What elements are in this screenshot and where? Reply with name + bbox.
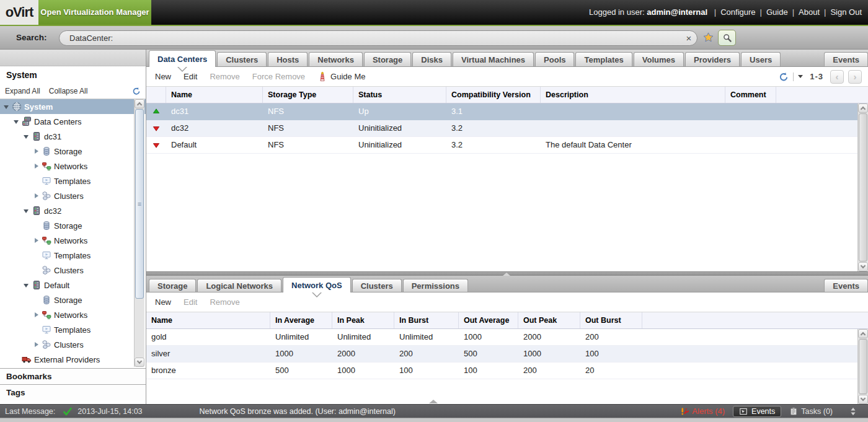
- tree-item-default[interactable]: Default: [0, 278, 146, 292]
- new-button[interactable]: New: [155, 297, 171, 307]
- tree-item-templates[interactable]: Templates: [0, 174, 146, 188]
- tree-item-templates[interactable]: Templates: [0, 322, 146, 337]
- datacenter-row-dc32[interactable]: dc32NFSUninitialized3.2: [146, 120, 868, 137]
- tasks-button[interactable]: Tasks (0): [789, 407, 833, 416]
- expander-open-icon[interactable]: [22, 132, 32, 141]
- bookmark-star-icon[interactable]: [702, 32, 714, 43]
- tree-item-storage[interactable]: Storage: [0, 144, 146, 159]
- column-header-out-burst[interactable]: Out Burst: [580, 312, 642, 328]
- tree-item-system[interactable]: System: [0, 99, 146, 114]
- column-header-name[interactable]: Name: [166, 87, 263, 103]
- tree-item-networks[interactable]: Networks: [0, 159, 146, 174]
- expander-closed-icon[interactable]: [32, 236, 42, 245]
- expander-closed-icon[interactable]: [32, 310, 42, 319]
- tab-logical-networks[interactable]: Logical Networks: [197, 279, 281, 292]
- column-header-storage-type[interactable]: Storage Type: [263, 87, 353, 103]
- collapse-all-link[interactable]: Collapse All: [49, 87, 88, 95]
- tree-scrollbar[interactable]: [134, 99, 144, 367]
- scroll-up-button[interactable]: [135, 99, 144, 108]
- grid-refresh-icon[interactable]: [779, 72, 789, 82]
- events-button[interactable]: Events: [733, 406, 781, 417]
- search-clear-icon[interactable]: ×: [681, 33, 697, 43]
- scroll-track[interactable]: [858, 113, 868, 262]
- bookmarks-section-header[interactable]: Bookmarks: [0, 368, 146, 384]
- tree-item-storage[interactable]: Storage: [0, 218, 146, 233]
- new-button[interactable]: New: [155, 72, 171, 81]
- tab-virtual-machines[interactable]: Virtual Machines: [453, 52, 534, 66]
- session-link-guide[interactable]: Guide: [766, 7, 788, 17]
- system-panel-header[interactable]: System: [0, 67, 146, 83]
- footer-expander-icon[interactable]: [848, 407, 858, 416]
- tab-permissions[interactable]: Permissions: [403, 279, 468, 292]
- horizontal-splitter[interactable]: [146, 271, 868, 276]
- tree-item-networks[interactable]: Networks: [0, 233, 146, 248]
- session-link-configure[interactable]: Configure: [720, 7, 755, 17]
- scroll-thumb[interactable]: [135, 109, 144, 299]
- tab-clusters[interactable]: Clusters: [352, 279, 402, 292]
- tab-networks[interactable]: Networks: [309, 52, 363, 66]
- scroll-down-button[interactable]: [858, 395, 868, 404]
- session-link-about[interactable]: About: [799, 7, 820, 17]
- tree-item-dc31[interactable]: dc31: [0, 129, 146, 144]
- qos-row-gold[interactable]: goldUnlimitedUnlimitedUnlimited100020002…: [146, 329, 868, 346]
- tab-hosts[interactable]: Hosts: [268, 52, 308, 66]
- tree-item-external-providers[interactable]: External Providers: [0, 352, 146, 367]
- alerts-button[interactable]: Alerts (4): [681, 407, 725, 416]
- tab-events[interactable]: Events: [824, 279, 868, 292]
- column-header-status[interactable]: Status: [353, 87, 446, 103]
- tree-item-clusters[interactable]: Clusters: [0, 337, 146, 352]
- tree-item-clusters[interactable]: Clusters: [0, 188, 146, 203]
- column-header-compatibility-version[interactable]: Compatibility Version: [446, 87, 541, 103]
- tab-network-qos[interactable]: Network QoS: [283, 277, 351, 292]
- expander-open-icon[interactable]: [2, 102, 12, 111]
- search-input[interactable]: [60, 33, 681, 43]
- guide-me-button[interactable]: Guide Me: [317, 72, 365, 82]
- tab-providers[interactable]: Providers: [685, 52, 740, 66]
- refresh-menu-caret-icon[interactable]: [798, 75, 803, 78]
- scroll-up-button[interactable]: [858, 103, 868, 113]
- column-header-in-peak[interactable]: In Peak: [332, 312, 394, 328]
- tab-pools[interactable]: Pools: [535, 52, 574, 66]
- session-link-sign-out[interactable]: Sign Out: [830, 7, 862, 17]
- tab-storage[interactable]: Storage: [149, 279, 196, 292]
- column-header-comment[interactable]: Comment: [725, 87, 776, 103]
- tree-item-clusters[interactable]: Clusters: [0, 263, 146, 278]
- tab-templates[interactable]: Templates: [575, 52, 632, 66]
- main-grid-scrollbar[interactable]: [857, 103, 868, 271]
- expander-closed-icon[interactable]: [32, 340, 42, 349]
- expander-open-icon[interactable]: [12, 117, 22, 126]
- scroll-thumb[interactable]: [859, 113, 867, 262]
- qos-row-silver[interactable]: silver100020002005001000100: [146, 346, 868, 363]
- tree-item-storage[interactable]: Storage: [0, 292, 146, 307]
- scroll-down-button[interactable]: [135, 358, 144, 367]
- tab-data-centers[interactable]: Data Centers: [149, 50, 216, 67]
- tree-item-data-centers[interactable]: Data Centers: [0, 114, 146, 129]
- bottom-panel-grip-icon[interactable]: [429, 400, 438, 403]
- expander-open-icon[interactable]: [22, 206, 32, 215]
- edit-button[interactable]: Edit: [184, 72, 197, 81]
- column-header-out-average[interactable]: Out Average: [459, 312, 518, 328]
- search-button[interactable]: [718, 30, 736, 46]
- column-header-out-peak[interactable]: Out Peak: [518, 312, 580, 328]
- tab-storage[interactable]: Storage: [364, 52, 411, 66]
- datacenter-row-default[interactable]: DefaultNFSUninitialized3.2The default Da…: [146, 137, 868, 154]
- expander-closed-icon[interactable]: [32, 147, 42, 156]
- expand-all-link[interactable]: Expand All: [5, 87, 40, 95]
- detail-grid-scrollbar[interactable]: [857, 329, 868, 404]
- column-header-in-burst[interactable]: In Burst: [394, 312, 459, 328]
- qos-row-bronze[interactable]: bronze500100010010020020: [146, 363, 868, 379]
- tab-volumes[interactable]: Volumes: [634, 52, 684, 66]
- scroll-track[interactable]: [135, 108, 144, 358]
- expander-open-icon[interactable]: [22, 281, 32, 289]
- column-header-in-average[interactable]: In Average: [270, 312, 332, 328]
- tags-section-header[interactable]: Tags: [0, 384, 146, 400]
- tree-refresh-icon[interactable]: [132, 87, 141, 95]
- tab-events[interactable]: Events: [824, 52, 868, 66]
- tree-item-templates[interactable]: Templates: [0, 248, 146, 263]
- tab-users[interactable]: Users: [741, 52, 781, 66]
- column-header-description[interactable]: Description: [541, 87, 725, 103]
- datacenter-row-dc31[interactable]: dc31NFSUp3.1: [146, 103, 868, 120]
- scroll-track[interactable]: [858, 338, 868, 395]
- scroll-down-button[interactable]: [858, 262, 868, 271]
- scroll-up-button[interactable]: [858, 329, 868, 338]
